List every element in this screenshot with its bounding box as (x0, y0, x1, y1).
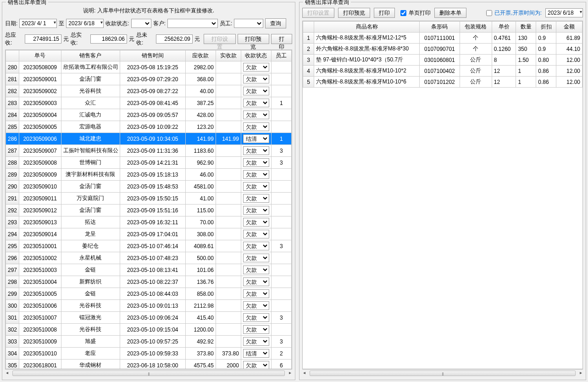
detail-col-4[interactable]: 单价 (492, 22, 516, 33)
single-page-checkbox-wrap[interactable]: 单页打印 (399, 9, 431, 17)
orders-col-4[interactable]: 应收款 (185, 50, 216, 61)
order-row[interactable]: 30420230510010老应2023-05-10 09:59:33373.8… (6, 348, 292, 360)
orders-col-7[interactable]: 员工 (271, 50, 291, 61)
invoice-date-input[interactable] (545, 8, 583, 17)
detail-col-5[interactable]: 数量 (516, 22, 536, 33)
order-status-select[interactable]: 结清 (243, 134, 269, 143)
order-row[interactable]: 29820230510004新辉纺织2023-05-10 08:22:37136… (6, 276, 292, 288)
detail-col-3[interactable]: 包装规格 (460, 22, 492, 33)
order-row[interactable]: 29520230510001姜纪仓2023-05-10 07:46:144089… (6, 240, 292, 252)
details-table-wrap[interactable]: 商品名称条形码包装规格单价数量折扣金额 1六角螺栓-8.8级发黑-标准牙M12-… (302, 21, 583, 369)
orders-col-3[interactable]: 销售时间 (120, 50, 185, 61)
order-status-select[interactable]: 欠款 (243, 242, 269, 250)
right-horizontal-scrollbar[interactable] (302, 369, 583, 377)
order-status-select[interactable]: 欠款 (243, 170, 269, 179)
order-row[interactable]: 28520230509005宏源电器2023-05-09 10:09:22123… (6, 121, 292, 133)
order-status-select[interactable]: 欠款 (243, 158, 269, 167)
order-status-select[interactable]: 欠款 (243, 99, 269, 107)
order-status-select[interactable]: 欠款 (243, 63, 269, 72)
date-to-input[interactable] (66, 19, 104, 28)
invoiced-checkbox[interactable] (486, 10, 492, 16)
order-row[interactable]: 30220230510008光谷科技2023-05-10 09:15:04120… (6, 324, 292, 336)
date-from-input[interactable] (19, 19, 57, 28)
order-status-select[interactable]: 欠款 (243, 111, 269, 119)
order-status-select[interactable]: 欠款 (243, 254, 269, 262)
invoiced-checkbox-wrap[interactable]: 已开票,开票时间为: (484, 9, 542, 17)
orders-col-5[interactable]: 实收款 (216, 50, 241, 61)
order-status-select[interactable]: 欠款 (243, 301, 269, 310)
order-row[interactable]: 28220230509002光谷科技2023-05-09 08:27:2240.… (6, 85, 292, 97)
orders-col-6[interactable]: 收款状态 (241, 50, 271, 61)
order-row[interactable]: 29720230510003金链2023-05-10 08:13:41101.0… (6, 264, 292, 276)
order-row[interactable]: 28920230509009澳宇新材料科技有限2023-05-09 15:18:… (6, 169, 292, 181)
orders-table-wrap[interactable]: 单号销售客户销售时间应收款实收款收款状态员工 28020230508009欣拓装… (5, 50, 292, 369)
detail-print-button[interactable]: 打印 (374, 8, 395, 18)
delete-order-button[interactable]: 删除本单 (434, 8, 466, 18)
order-row[interactable]: 28820230509008世博铜门2023-05-09 14:21:31962… (6, 157, 292, 169)
orders-col-2[interactable]: 销售客户 (61, 50, 120, 61)
order-status-select[interactable]: 欠款 (243, 277, 269, 286)
order-status-select[interactable]: 欠款 (243, 75, 269, 83)
detail-col-0[interactable] (303, 22, 314, 33)
order-status-select[interactable]: 结清 (243, 349, 269, 358)
print-button[interactable]: 打印 (271, 34, 292, 44)
order-status-select[interactable]: 欠款 (243, 325, 269, 334)
customer-select[interactable] (167, 19, 218, 28)
order-row[interactable]: 28320230509003众汇2023-05-09 08:41:45387.2… (6, 97, 292, 109)
status-select[interactable] (131, 19, 151, 28)
order-status-select[interactable]: 欠款 (243, 289, 269, 298)
order-status-select[interactable]: 欠款 (243, 87, 269, 95)
order-status-select[interactable]: 欠款 (243, 206, 269, 215)
order-row[interactable]: 29220230509012金汤门窗2023-05-09 15:51:16115… (6, 205, 292, 216)
detail-row[interactable]: 2外六角螺栓-8.8级发黑-标准牙M8-8*300107090701个0.126… (303, 44, 582, 55)
detail-col-2[interactable]: 条形码 (420, 22, 460, 33)
print-preview-button[interactable]: 打印预览 (238, 34, 270, 44)
order-row[interactable]: 28120230509001金汤门窗2023-05-09 07:29:20368… (6, 73, 292, 85)
detail-col-1[interactable]: 商品名称 (314, 22, 420, 33)
order-status-cell: 欠款 (241, 300, 271, 312)
order-status-select[interactable]: 欠款 (243, 337, 269, 346)
order-row[interactable]: 29620230510002永星机械2023-05-10 07:48:23500… (6, 252, 292, 264)
total-received-value[interactable] (90, 34, 127, 44)
order-row[interactable]: 29020230509010金汤门窗2023-05-09 15:48:53458… (6, 181, 292, 193)
order-row[interactable]: 30020230510006光谷科技2023-05-10 09:01:13211… (6, 300, 292, 312)
order-due: 4575.45 (185, 360, 216, 370)
order-status-select[interactable]: 欠款 (243, 146, 269, 155)
staff-select[interactable] (234, 19, 263, 28)
order-row[interactable]: 28420230509004汇诚电力2023-05-09 09:05:57428… (6, 109, 292, 121)
order-row[interactable]: 29120230509011万安庭院门2023-05-09 15:50:1541… (6, 193, 292, 205)
order-row[interactable]: 29420230509014龙呈2023-05-09 17:04:01308.0… (6, 228, 292, 240)
order-status-select[interactable]: 欠款 (243, 182, 269, 191)
order-status-select[interactable]: 欠款 (243, 230, 269, 238)
order-row[interactable]: 30320230510009旭盛2023-05-10 09:57:25492.9… (6, 336, 292, 348)
order-row[interactable]: 28720230509007工振叶智能科技有限公2023-05-09 11:31… (6, 145, 292, 157)
left-horizontal-scrollbar[interactable] (5, 369, 292, 377)
order-time: 2023-05-09 10:34:05 (120, 133, 185, 145)
order-row[interactable]: 29320230509013拓达2023-05-09 16:32:1170.00… (6, 216, 292, 228)
detail-row[interactable]: 4六角螺栓-8.8级发黑-标准牙M10-10*20107100402公斤1210… (303, 66, 582, 77)
detail-col-7[interactable]: 金额 (556, 22, 582, 33)
order-row[interactable]: 28620230509006城北建忠2023-05-09 10:34:05141… (6, 133, 292, 145)
order-status-select[interactable]: 欠款 (243, 194, 269, 203)
orders-col-0[interactable] (6, 50, 19, 61)
order-row[interactable]: 29920230510005金链2023-05-10 08:44:03858.0… (6, 288, 292, 300)
order-status-select[interactable]: 欠款 (243, 266, 269, 274)
order-status-select[interactable]: 欠款 (243, 218, 269, 227)
order-status-select[interactable]: 欠款 (243, 361, 269, 369)
detail-col-6[interactable]: 折扣 (536, 22, 556, 33)
detail-row[interactable]: 3垫 97-镀锌白-M10-10*40*3（50.7斤0301060801公斤8… (303, 55, 582, 66)
query-button[interactable]: 查询 (265, 18, 286, 28)
detail-print-preview-button[interactable]: 打印预览 (338, 8, 370, 18)
order-time: 2023-05-09 16:32:11 (120, 216, 185, 228)
total-unreceived-value[interactable] (156, 34, 193, 44)
order-status-select[interactable]: 欠款 (243, 122, 269, 131)
total-receivable-value[interactable] (25, 34, 61, 44)
single-page-checkbox[interactable] (400, 10, 406, 16)
order-row[interactable]: 28020230508009欣拓装饰工程有限公司2023-05-08 15:19… (6, 61, 292, 73)
detail-row[interactable]: 5六角螺栓-8.8级发黑-标准牙M10-10*60107101202公斤1210… (303, 77, 582, 88)
order-row[interactable]: 30520230618001华成钢材2023-06-18 10:58:00457… (6, 360, 292, 370)
detail-row[interactable]: 1六角螺栓-8.8级发黑-标准牙M12-12*50107111001个0.476… (303, 33, 582, 44)
order-status-select[interactable]: 欠款 (243, 313, 269, 322)
order-row[interactable]: 30120230510007镭冠激光2023-05-10 09:06:24415… (6, 312, 292, 324)
orders-col-1[interactable]: 单号 (19, 50, 61, 61)
